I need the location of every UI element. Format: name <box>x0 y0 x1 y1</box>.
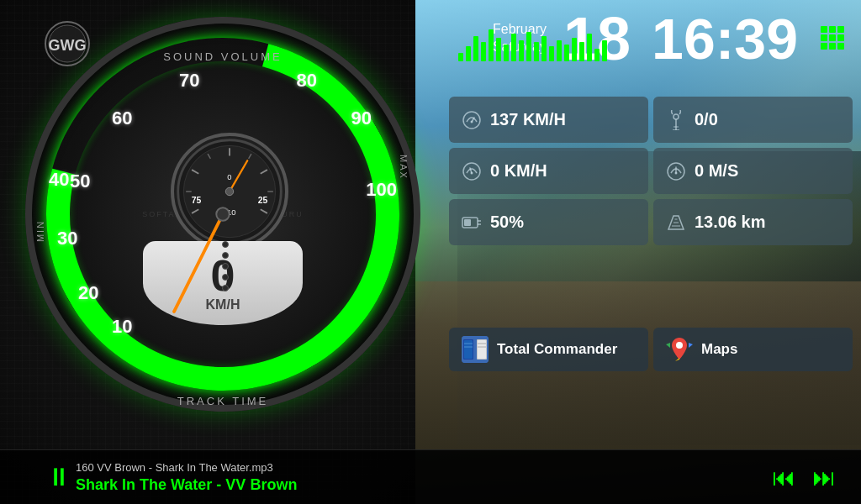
vis-bar-12 <box>549 46 554 61</box>
svg-point-34 <box>673 114 679 119</box>
svg-rect-24 <box>837 26 844 33</box>
track-time-label: TRACK TIME <box>177 395 269 407</box>
vis-bar-11 <box>541 36 547 61</box>
next-button[interactable]: ⏭ <box>812 464 836 491</box>
svg-point-31 <box>463 112 480 129</box>
info-cards-grid: 137 KM/H 0/0 0 KM/H 0 M/S <box>449 97 853 245</box>
antenna-icon <box>666 110 686 130</box>
music-info: 160 VV Brown - Shark In The Water.mp3 Sh… <box>76 461 772 494</box>
info-card-battery: 50% <box>449 199 648 245</box>
svg-point-40 <box>471 171 473 174</box>
vis-bar-7 <box>511 34 516 61</box>
vis-bar-0 <box>458 53 463 61</box>
svg-point-61 <box>676 342 683 349</box>
svg-rect-30 <box>837 43 844 50</box>
vis-bar-1 <box>466 46 471 61</box>
svg-rect-23 <box>829 26 836 33</box>
battery-icon <box>462 213 482 233</box>
svg-rect-28 <box>821 43 827 50</box>
max-label: MAX <box>399 155 409 180</box>
maps-icon <box>666 336 693 363</box>
info-card-speed2: 0 KM/H <box>449 148 648 194</box>
info-card-distance: 13.06 km <box>653 199 853 245</box>
prev-button[interactable]: ⏮ <box>772 464 795 491</box>
pause-icon: ⏸ <box>46 463 71 491</box>
vis-bar-2 <box>473 36 478 61</box>
music-file: 160 VV Brown - Shark In The Water.mp3 <box>76 461 772 474</box>
vis-bar-17 <box>587 34 592 61</box>
signal-value: 0/0 <box>695 110 718 129</box>
svg-rect-22 <box>821 26 827 33</box>
sound-volume-label: SOUND VOLUME <box>163 50 282 63</box>
battery-value: 50% <box>490 213 524 232</box>
time-display: 16:39 <box>652 10 798 67</box>
gauge-icon <box>462 110 482 130</box>
svg-point-43 <box>675 171 678 174</box>
svg-rect-25 <box>821 34 827 41</box>
total-commander-icon <box>462 336 489 363</box>
speed2-value: 0 KM/H <box>490 161 547 181</box>
info-card-speed1: 137 KM/H <box>449 97 648 143</box>
vis-bar-18 <box>594 49 600 61</box>
svg-line-20 <box>174 214 223 312</box>
distance-value: 13.06 km <box>695 213 766 232</box>
vis-bar-6 <box>504 45 509 61</box>
gauge-outer: SOFTARTSTUDIO CARWEBGURU 10 20 30 40 50 … <box>25 17 420 412</box>
svg-point-33 <box>471 120 473 123</box>
maps-label: Maps <box>701 341 737 358</box>
needle-shaft-dots <box>222 241 229 291</box>
svg-rect-55 <box>478 340 486 359</box>
gauge3-icon <box>666 161 686 181</box>
pause-button[interactable]: ⏸ <box>46 463 71 491</box>
svg-point-21 <box>216 207 229 220</box>
svg-rect-45 <box>464 219 471 226</box>
svg-text:GWG: GWG <box>49 37 87 54</box>
gauge2-icon <box>462 161 482 181</box>
svg-rect-26 <box>829 34 836 41</box>
info-card-speed3: 0 M/S <box>653 148 853 194</box>
speed1-value: 137 KM/H <box>490 110 566 129</box>
road-icon <box>666 213 686 233</box>
speed3-value: 0 M/S <box>695 161 738 181</box>
bottom-bar: 160 VV Brown - Shark In The Water.mp3 Sh… <box>0 449 861 504</box>
vis-bar-10 <box>534 42 539 61</box>
logo: GWG <box>34 21 101 71</box>
vis-bar-4 <box>489 29 494 61</box>
svg-rect-54 <box>464 340 473 359</box>
vis-bar-8 <box>519 40 524 61</box>
grid-icon[interactable] <box>819 24 844 53</box>
vis-bar-9 <box>526 32 531 61</box>
vis-bar-3 <box>481 42 486 61</box>
vis-bar-5 <box>496 38 501 61</box>
info-card-signal: 0/0 <box>653 97 853 143</box>
app-buttons: Total Commander Maps <box>449 328 853 371</box>
music-title: Shark In The Water - VV Brown <box>76 476 772 494</box>
vis-bar-14 <box>564 45 569 61</box>
svg-rect-27 <box>837 34 844 41</box>
needle-container <box>32 24 414 405</box>
min-label: MIN <box>35 220 45 242</box>
visualizer <box>458 29 607 61</box>
svg-rect-29 <box>829 43 836 50</box>
right-panel <box>415 0 861 504</box>
speedometer-container: SOFTARTSTUDIO CARWEBGURU 10 20 30 40 50 … <box>25 17 420 445</box>
maps-button[interactable]: Maps <box>653 328 853 371</box>
total-commander-label: Total Commander <box>497 341 617 358</box>
vis-bar-13 <box>557 40 562 61</box>
vis-bar-19 <box>602 40 607 61</box>
vis-bar-16 <box>579 42 584 61</box>
total-commander-button[interactable]: Total Commander <box>449 328 648 371</box>
music-controls: ⏮ ⏭ <box>772 464 836 491</box>
vis-bar-15 <box>572 38 577 61</box>
